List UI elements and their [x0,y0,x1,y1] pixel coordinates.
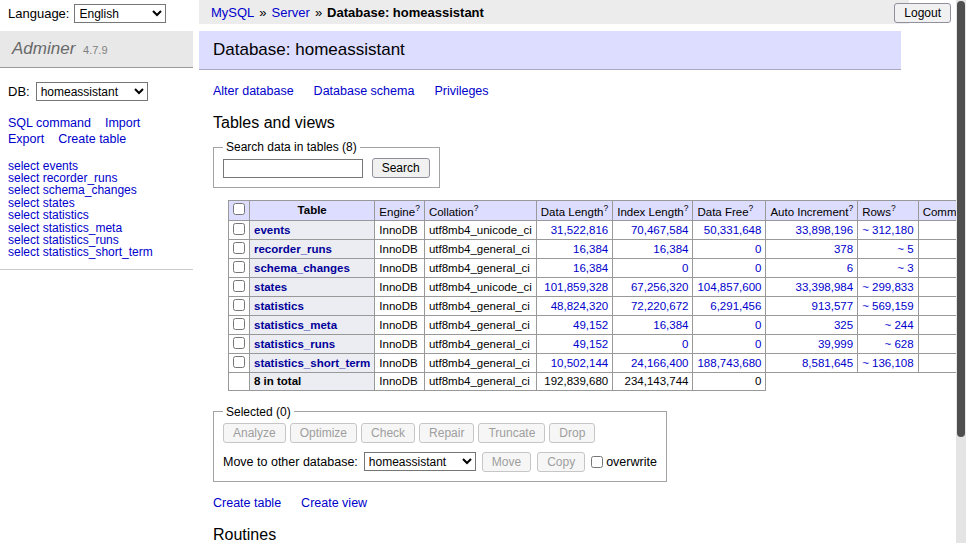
cell-data-length-statistics[interactable]: 48,824,320 [551,300,609,312]
analyze-button[interactable]: Analyze [223,423,286,443]
app-name[interactable]: Adminer [12,39,75,58]
optimize-button[interactable]: Optimize [290,423,357,443]
table-name-link-statistics-meta[interactable]: statistics_meta [254,319,337,331]
sidebar-link-sql-command[interactable]: SQL command [8,116,91,130]
help-icon[interactable]: ? [848,203,853,213]
breadcrumb-link-server[interactable]: Server [272,5,310,20]
move-button[interactable]: Move [482,452,531,472]
help-icon[interactable]: ? [749,203,754,213]
cell-index-length-states[interactable]: 67,256,320 [631,281,689,293]
row-checkbox-schema-changes[interactable] [233,261,245,273]
nav-link-privileges[interactable]: Privileges [434,84,488,98]
row-checkbox-events[interactable] [233,223,245,235]
help-icon[interactable]: ? [603,203,608,213]
copy-button[interactable]: Copy [537,452,585,472]
search-input[interactable] [223,159,363,178]
cell-index-length-statistics-runs[interactable]: 0 [682,338,688,350]
cell-rows-statistics-meta[interactable]: ~ 244 [885,319,914,331]
help-icon[interactable]: ? [415,203,420,213]
row-checkbox-statistics-short-term[interactable] [233,356,245,368]
cell-rows-statistics[interactable]: ~ 569,159 [862,300,913,312]
table-name-link-recorder-runs[interactable]: recorder_runs [254,243,332,255]
cell-index-length-schema-changes[interactable]: 0 [682,262,688,274]
cell-data-free-recorder-runs[interactable]: 0 [755,243,761,255]
cell-data-free-states[interactable]: 104,857,600 [697,281,761,293]
cell-rows-states[interactable]: ~ 299,833 [862,281,913,293]
cell-auto-increment-events[interactable]: 33,898,196 [796,224,854,236]
row-checkbox-statistics-meta[interactable] [233,318,245,330]
help-icon[interactable]: ? [684,203,689,213]
cell-rows-events[interactable]: ~ 312,180 [862,224,913,236]
row-checkbox-statistics-runs[interactable] [233,337,245,349]
cell-data-length-states[interactable]: 101,859,328 [544,281,608,293]
cell-auto-increment-statistics-runs[interactable]: 39,999 [818,338,853,350]
table-name-link-statistics-short-term[interactable]: statistics_short_term [254,357,370,369]
language-select[interactable]: English [74,4,166,23]
row-checkbox-statistics[interactable] [233,299,245,311]
help-icon[interactable]: ? [891,203,896,213]
select-link-statistics-short-term[interactable]: select [8,245,39,259]
truncate-button[interactable]: Truncate [478,423,545,443]
cell-data-free-statistics-runs[interactable]: 0 [755,338,761,350]
link-create-table[interactable]: Create table [213,496,281,510]
cell-data-length-statistics-runs[interactable]: 49,152 [573,338,608,350]
vertical-scrollbar[interactable] [956,0,966,543]
table-link-statistics-short-term[interactable]: statistics_short_term [43,245,153,259]
sidebar-link-export[interactable]: Export [8,132,44,146]
table-name-link-events[interactable]: events [254,224,290,236]
link-create-view[interactable]: Create view [301,496,367,510]
cell-index-length-statistics[interactable]: 72,220,672 [631,300,689,312]
cell-data-free-statistics-meta[interactable]: 0 [755,319,761,331]
cell-auto-increment-statistics-meta[interactable]: 325 [834,319,853,331]
overwrite-checkbox[interactable] [591,456,603,468]
cell-auto-increment-recorder-runs[interactable]: 378 [834,243,853,255]
cell-auto-increment-schema-changes[interactable]: 6 [847,262,853,274]
table-name-link-statistics[interactable]: statistics [254,300,304,312]
cell-rows-statistics-short-term[interactable]: ~ 136,108 [862,357,913,369]
cell-auto-increment-states[interactable]: 33,398,984 [796,281,854,293]
nav-link-alter-database[interactable]: Alter database [213,84,294,98]
db-nav-links: Alter databaseDatabase schemaPrivileges [213,84,901,98]
select-all-checkbox[interactable] [233,203,245,215]
table-name-link-statistics-runs[interactable]: statistics_runs [254,338,335,350]
cell-data-length-schema-changes[interactable]: 16,384 [573,262,608,274]
logout-button[interactable]: Logout [894,3,951,23]
cell-rows-recorder-runs[interactable]: ~ 5 [897,243,913,255]
sidebar-link-import[interactable]: Import [105,116,140,130]
breadcrumb-separator: » [259,5,266,20]
overwrite-option[interactable]: overwrite [591,455,657,469]
cell-data-free-schema-changes[interactable]: 0 [755,262,761,274]
cell-rows-schema-changes[interactable]: ~ 3 [897,262,913,274]
cell-rows-statistics-runs[interactable]: ~ 628 [885,338,914,350]
app-version[interactable]: 4.7.9 [83,44,107,56]
cell-data-free-statistics[interactable]: 6,291,456 [710,300,761,312]
sidebar-link-create-table[interactable]: Create table [58,132,126,146]
drop-button[interactable]: Drop [549,423,595,443]
cell-data-length-statistics-short-term[interactable]: 10,502,144 [551,357,609,369]
cell-data-length-statistics-meta[interactable]: 49,152 [573,319,608,331]
row-checkbox-states[interactable] [233,280,245,292]
cell-data-length-recorder-runs[interactable]: 16,384 [573,243,608,255]
breadcrumb-link-mysql[interactable]: MySQL [211,5,254,20]
db-select[interactable]: homeassistant [36,82,148,101]
cell-index-length-recorder-runs[interactable]: 16,384 [653,243,688,255]
move-db-select[interactable]: homeassistant [364,452,476,471]
table-name-link-schema-changes[interactable]: schema_changes [254,262,350,274]
cell-index-length-events[interactable]: 70,467,584 [631,224,689,236]
cell-index-length-statistics-meta[interactable]: 16,384 [653,319,688,331]
scrollbar-thumb[interactable] [957,1,965,437]
table-name-link-states[interactable]: states [254,281,287,293]
row-checkbox-recorder-runs[interactable] [233,242,245,254]
cell-index-length-statistics-short-term[interactable]: 24,166,400 [631,357,689,369]
cell-auto-increment-statistics[interactable]: 913,577 [812,300,854,312]
check-button[interactable]: Check [361,423,415,443]
cell-data-free-events[interactable]: 50,331,648 [704,224,762,236]
cell-auto-increment-statistics-short-term[interactable]: 8,581,645 [802,357,853,369]
nav-link-database-schema[interactable]: Database schema [314,84,415,98]
table-row-statistics: statisticsInnoDButf8mb4_general_ci48,824… [229,296,966,315]
cell-data-length-events[interactable]: 31,522,816 [551,224,609,236]
search-button[interactable]: Search [372,158,430,178]
repair-button[interactable]: Repair [419,423,474,443]
help-icon[interactable]: ? [474,203,479,213]
cell-data-free-statistics-short-term[interactable]: 188,743,680 [697,357,761,369]
